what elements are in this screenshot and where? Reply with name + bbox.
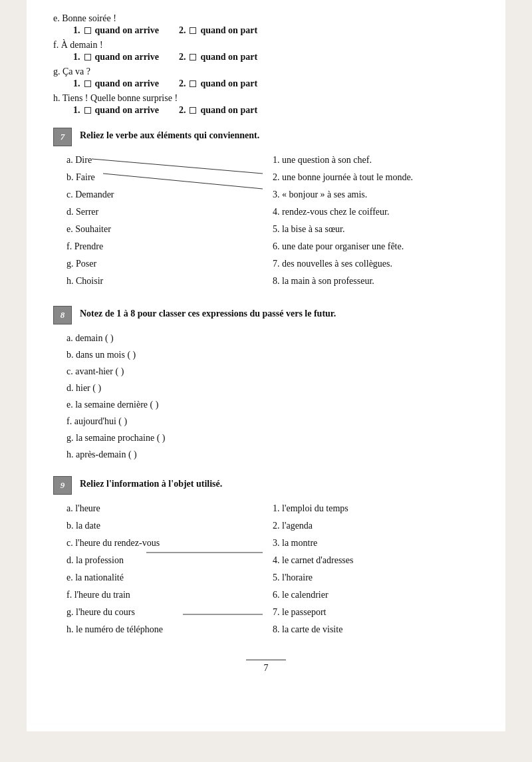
exercise-8-num: 8 [53,306,72,324]
match9-item-e: e. la nationalité [66,571,273,584]
match9-item-g: g. l'heure du cours [66,605,273,619]
match-item-7b: b. Faire [66,170,273,184]
exercise-7: 7 Reliez le verbe aux éléments qui convi… [53,128,479,291]
exercise-9-num: 9 [53,476,72,495]
match-item-7e: e. Souhaiter [66,222,273,236]
match9-item-f: f. l'heure du train [66,588,273,602]
order-item-8e: e. la semaine dernière ( ) [66,398,479,412]
phrase-text-g: Ça va ? [63,66,90,76]
checkbox-g2[interactable] [190,80,196,87]
opt-label-g2: quand on part [200,78,257,89]
match9-right-4: 4. le carnet d'adresses [273,553,479,567]
match-right-7-6: 6. une date pour organiser une fête. [273,239,479,253]
checkbox-h1[interactable] [84,107,91,114]
phrase-item-g: g. Ça va ? 1. quand on arrive 2. quand o… [53,66,479,89]
exercise-8-title: Notez de 1 à 8 pour classer ces expressi… [80,306,336,319]
opt-num-h1: 1. [73,105,80,116]
opt-label-e2: quand on part [200,25,257,36]
opt-num-f1: 1. [73,52,80,63]
match-item-7h: h. Choisir [66,274,273,288]
exercise-9-title: Reliez l'information à l'objet utilisé. [80,476,222,489]
opt-label-e1: quand on arrive [95,25,159,36]
opt-label-g1: quand on arrive [95,78,159,89]
match9-right-3: 3. la montre [273,536,479,550]
order-item-8h: h. après-demain ( ) [66,447,479,461]
order-item-8a: a. demain ( ) [66,331,479,345]
match-item-7f: f. Prendre [66,239,273,253]
exercise-9: 9 Reliez l'information à l'objet utilisé… [53,476,479,640]
match9-right-5: 5. l'horaire [273,571,479,584]
phrase-letter-h: h. [53,93,63,103]
match-item-7a: a. Dire [66,153,273,167]
exercise-7-right: 1. une question à son chef. 2. une bonne… [273,153,479,291]
phrase-letter-g: g. [53,66,63,76]
order-item-8c: c. avant-hier ( ) [66,364,479,378]
opt-num-e2: 2. [179,25,186,36]
match9-item-b: b. la date [66,519,273,533]
page: e. Bonne soirée ! 1. quand on arrive 2. … [27,0,505,731]
order-item-8d: d. hier ( ) [66,381,479,395]
phrase-option-f1: 1. quand on arrive [73,52,159,63]
match9-item-d: d. la profession [66,553,273,567]
match9-item-c: c. l'heure du rendez-vous [66,536,273,550]
opt-label-h2: quand on part [200,105,257,116]
match9-right-8: 8. la carte de visite [273,622,479,636]
phrase-option-e1: 1. quand on arrive [73,25,159,36]
opt-label-h1: quand on arrive [95,105,159,116]
phrase-item-h: h. Tiens ! Quelle bonne surprise ! 1. qu… [53,93,479,116]
match-right-7-5: 5. la bise à sa sœur. [273,222,479,236]
order-item-8g: g. la semaine prochaine ( ) [66,431,479,445]
exercise-7-left: a. Dire b. Faire c. Demander d. Serrer e… [66,153,273,291]
checkbox-e2[interactable] [190,27,196,34]
opt-label-f1: quand on arrive [95,52,159,63]
match9-right-1: 1. l'emploi du temps [273,501,479,515]
exercise-8: 8 Notez de 1 à 8 pour classer ces expres… [53,306,479,461]
checkbox-h2[interactable] [190,107,196,114]
exercise-7-num: 7 [53,128,72,146]
phrase-letter-f: f. [53,40,61,50]
phrase-option-g1: 1. quand on arrive [73,78,159,89]
checkbox-f2[interactable] [190,54,196,61]
phrase-text-f: À demain ! [61,40,103,50]
exercise-8-list: a. demain ( ) b. dans un mois ( ) c. ava… [66,331,479,461]
order-item-8f: f. aujourd'hui ( ) [66,414,479,428]
match-right-7-2: 2. une bonne journée à tout le monde. [273,170,479,184]
match-item-7g: g. Poser [66,257,273,271]
phrase-option-f2: 2. quand on part [179,52,257,63]
page-number: 7 [246,660,286,674]
order-item-8b: b. dans un mois ( ) [66,348,479,362]
match-right-7-1: 1. une question à son chef. [273,153,479,167]
phrase-letter-e: e. [53,13,62,23]
phrase-option-g2: 2. quand on part [179,78,257,89]
match9-item-h: h. le numéro de téléphone [66,622,273,636]
opt-num-h2: 2. [179,105,186,116]
match9-right-6: 6. le calendrier [273,588,479,602]
exercise-9-left: a. l'heure b. la date c. l'heure du rend… [66,501,273,640]
match-right-7-3: 3. « bonjour » à ses amis. [273,188,479,201]
phrase-option-h1: 1. quand on arrive [73,105,159,116]
match-item-7c: c. Demander [66,188,273,201]
phrase-option-e2: 2. quand on part [179,25,257,36]
exercise-8-header: 8 Notez de 1 à 8 pour classer ces expres… [53,306,479,324]
checkbox-f1[interactable] [84,54,91,61]
match-right-7-4: 4. rendez-vous chez le coiffeur. [273,205,479,219]
checkbox-e1[interactable] [84,27,91,34]
checkbox-g1[interactable] [84,80,91,87]
phrase-item-f: f. À demain ! 1. quand on arrive 2. quan… [53,40,479,63]
match-item-7d: d. Serrer [66,205,273,219]
opt-label-f2: quand on part [200,52,257,63]
opt-num-g1: 1. [73,78,80,89]
match9-item-a: a. l'heure [66,501,273,515]
exercise-9-header: 9 Reliez l'information à l'objet utilisé… [53,476,479,495]
match9-right-2: 2. l'agenda [273,519,479,533]
phrase-text-e: Bonne soirée ! [62,13,116,23]
match-right-7-7: 7. des nouvelles à ses collègues. [273,257,479,271]
exercise-7-header: 7 Reliez le verbe aux éléments qui convi… [53,128,479,146]
phrase-item-e: e. Bonne soirée ! 1. quand on arrive 2. … [53,13,479,36]
phrase-option-h2: 2. quand on part [179,105,257,116]
opt-num-e1: 1. [73,25,80,36]
exercise-7-title: Reliez le verbe aux éléments qui convien… [80,128,259,141]
match-right-7-8: 8. la main à son professeur. [273,274,479,288]
opt-num-f2: 2. [179,52,186,63]
opt-num-g2: 2. [179,78,186,89]
